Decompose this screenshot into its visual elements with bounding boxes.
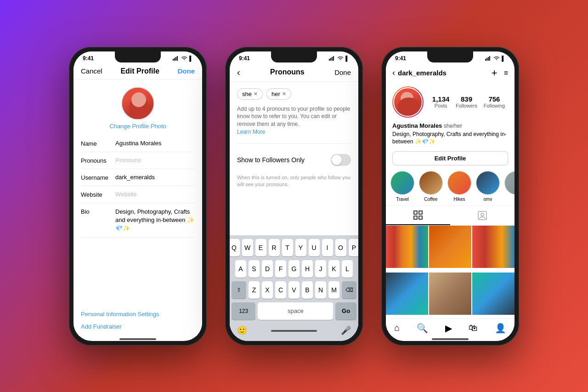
pronoun-she-tag[interactable]: she ✕: [237, 88, 263, 100]
key-123[interactable]: 123: [232, 302, 255, 320]
grid-icon: [413, 210, 423, 220]
shop-nav-icon[interactable]: 🛍: [469, 323, 478, 333]
pronouns-header: ‹ Pronouns Done: [230, 63, 358, 82]
key-k[interactable]: K: [328, 260, 339, 278]
profile-stats: 1,134 Posts 839 Followers 756 Following: [429, 95, 508, 108]
photo-grid: [386, 226, 514, 318]
home-bar-1: [119, 338, 156, 340]
key-m[interactable]: M: [328, 281, 339, 299]
home-nav-icon[interactable]: ⌂: [394, 323, 400, 333]
key-l[interactable]: L: [342, 260, 353, 278]
status-icons-1: ▌: [173, 56, 193, 61]
highlight-coffee-label: Coffee: [424, 197, 437, 202]
home-bar-keyboard: [271, 330, 317, 332]
website-value[interactable]: Website: [115, 191, 195, 198]
profile-avatar[interactable]: [392, 86, 424, 118]
key-e[interactable]: E: [255, 239, 266, 256]
name-value[interactable]: Agustina Morales: [115, 140, 195, 147]
personal-info-link[interactable]: Personal Information Settings: [81, 311, 195, 318]
following-stat[interactable]: 756 Following: [484, 95, 505, 108]
key-u[interactable]: U: [309, 239, 320, 256]
grid-tab[interactable]: [386, 206, 450, 225]
highlight-omv[interactable]: omv: [476, 171, 500, 202]
key-a[interactable]: A: [235, 260, 246, 278]
highlight-coffee[interactable]: Coffee: [419, 171, 443, 202]
pronouns-value[interactable]: Pronouns: [115, 157, 195, 164]
avatar[interactable]: [121, 87, 154, 120]
pronoun-her-tag[interactable]: her ✕: [266, 88, 291, 100]
key-d[interactable]: D: [262, 260, 273, 278]
highlight-omv-circle: [476, 171, 500, 195]
pronoun-her-remove[interactable]: ✕: [282, 91, 286, 97]
cancel-button[interactable]: Cancel: [81, 67, 102, 75]
tagged-tab[interactable]: [450, 206, 514, 225]
highlight-travel[interactable]: Travel: [390, 171, 414, 202]
name-label: Name: [81, 140, 115, 147]
emoji-button[interactable]: 🙂: [233, 324, 251, 337]
key-j[interactable]: J: [315, 260, 326, 278]
done-button[interactable]: Done: [178, 67, 195, 75]
keyboard-row-4: 123 space Go: [232, 302, 356, 320]
keyboard: Q W E R T Y U I O P A S D F G H: [230, 235, 358, 341]
edit-profile-header: Cancel Edit Profile Done: [74, 63, 202, 80]
grid-item-2[interactable]: [429, 226, 471, 268]
key-o[interactable]: O: [335, 239, 346, 256]
grid-item-6[interactable]: [472, 273, 514, 315]
username-field-row: Username dark_emeralds: [81, 169, 195, 186]
status-icons-2: ▌: [329, 56, 349, 61]
time-3: 9:41: [395, 55, 406, 62]
key-y[interactable]: Y: [295, 239, 306, 256]
highlight-hikes[interactable]: Hikes: [447, 171, 471, 202]
pronouns-done[interactable]: Done: [334, 68, 351, 76]
key-space[interactable]: space: [258, 302, 333, 320]
menu-button[interactable]: ≡: [504, 69, 508, 77]
key-s[interactable]: S: [249, 260, 260, 278]
key-g[interactable]: G: [288, 260, 300, 278]
key-x[interactable]: X: [262, 281, 273, 299]
key-f[interactable]: F: [275, 260, 286, 278]
back-button-3[interactable]: ‹: [392, 68, 395, 78]
key-z[interactable]: Z: [249, 281, 260, 299]
bio-label: Bio: [81, 208, 115, 215]
edit-profile-button[interactable]: Edit Profile: [392, 151, 508, 165]
grid-item-3[interactable]: [472, 226, 514, 268]
highlight-c[interactable]: C: [504, 171, 514, 202]
grid-item-5[interactable]: [429, 273, 471, 315]
show-followers-toggle[interactable]: [331, 154, 351, 166]
pronouns-field-row: Pronouns Pronouns: [81, 152, 195, 169]
reels-nav-icon[interactable]: ▶: [445, 323, 452, 334]
key-b[interactable]: B: [302, 281, 313, 299]
key-h[interactable]: H: [302, 260, 313, 278]
bio-value[interactable]: Design, Photography, Crafts and everythi…: [115, 208, 195, 233]
key-go[interactable]: Go: [335, 302, 356, 320]
key-v[interactable]: V: [288, 281, 300, 299]
grid-item-4[interactable]: [386, 273, 428, 315]
search-nav-icon[interactable]: 🔍: [417, 323, 428, 334]
key-i[interactable]: I: [322, 239, 333, 256]
key-shift[interactable]: ⇧: [232, 281, 246, 299]
key-q[interactable]: Q: [230, 239, 240, 256]
followers-stat[interactable]: 839 Followers: [456, 95, 477, 108]
key-backspace[interactable]: ⌫: [342, 281, 356, 299]
mic-button[interactable]: 🎤: [337, 324, 355, 337]
key-p[interactable]: P: [349, 239, 359, 256]
highlight-travel-circle: [390, 171, 414, 195]
add-fundraiser-link[interactable]: Add Fundraiser: [81, 323, 195, 330]
username-value[interactable]: dark_emeralds: [115, 174, 195, 181]
key-w[interactable]: W: [242, 239, 253, 256]
change-photo-button[interactable]: Change Profile Photo: [109, 123, 166, 130]
wifi-icon-3: [493, 56, 500, 61]
profile-username: dark_emeralds: [398, 69, 447, 77]
key-c[interactable]: C: [275, 281, 286, 299]
add-button[interactable]: +: [492, 67, 498, 79]
highlight-hikes-circle: [447, 171, 471, 195]
key-t[interactable]: T: [282, 239, 293, 256]
pronoun-she-remove[interactable]: ✕: [254, 91, 258, 97]
learn-more-link[interactable]: Learn More: [237, 129, 265, 135]
grid-item-1[interactable]: [386, 226, 428, 268]
key-n[interactable]: N: [315, 281, 326, 299]
back-button-2[interactable]: ‹: [237, 67, 240, 78]
key-r[interactable]: R: [269, 239, 280, 256]
profile-nav-icon[interactable]: 👤: [495, 323, 506, 334]
toggle-description: When this is turned on, only people who …: [237, 174, 351, 188]
